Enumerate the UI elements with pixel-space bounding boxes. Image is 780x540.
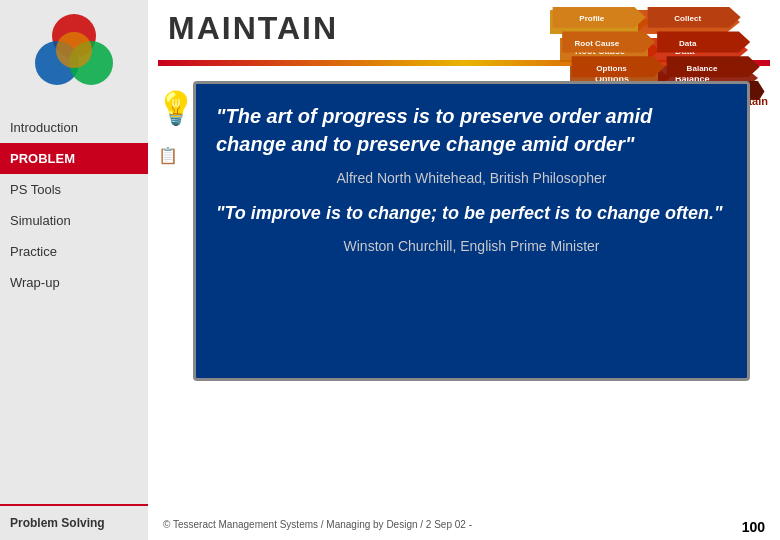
quote-box-container: 💡 📋 "The art of progress is to preserve … xyxy=(178,81,765,381)
svg-marker-20 xyxy=(657,32,750,53)
sidebar-item-problem[interactable]: PROBLEM xyxy=(0,143,148,174)
quote-2-text: "To improve is to change; to be perfect … xyxy=(216,201,727,226)
document-lines-icon: 📋 xyxy=(158,146,178,165)
sidebar-item-practice[interactable]: Practice xyxy=(0,236,148,267)
sidebar-footer: Problem Solving xyxy=(0,504,148,540)
lightbulb-icon: 💡 xyxy=(156,89,196,127)
sidebar-item-ps-tools[interactable]: PS Tools xyxy=(0,174,148,205)
logo xyxy=(29,8,119,98)
sidebar: Introduction PROBLEM PS Tools Simulation… xyxy=(0,0,148,540)
quote-1-text: "The art of progress is to preserve orde… xyxy=(216,102,727,158)
attribution-1: Alfred North Whitehead, British Philosop… xyxy=(216,170,727,186)
sidebar-item-wrap-up[interactable]: Wrap-up xyxy=(0,267,148,298)
copyright-text: © Tesseract Management Systems / Managin… xyxy=(163,519,472,535)
sidebar-nav: Introduction PROBLEM PS Tools Simulation… xyxy=(0,112,148,504)
svg-text:Root Cause: Root Cause xyxy=(575,39,620,48)
header: MAINTAIN Profile Collect Root Cause Data… xyxy=(148,0,780,52)
page-title: MAINTAIN xyxy=(168,10,338,47)
svg-text:Options: Options xyxy=(596,64,627,73)
svg-point-3 xyxy=(56,32,92,68)
attribution-2: Winston Churchill, English Prime Ministe… xyxy=(216,238,727,254)
sidebar-item-introduction[interactable]: Introduction xyxy=(0,112,148,143)
quote-area: "The art of progress is to preserve orde… xyxy=(193,81,750,381)
sidebar-item-simulation[interactable]: Simulation xyxy=(0,205,148,236)
svg-text:Profile: Profile xyxy=(579,14,605,23)
page-footer: © Tesseract Management Systems / Managin… xyxy=(148,519,780,535)
svg-text:Data: Data xyxy=(679,39,697,48)
main-content: MAINTAIN Profile Collect Root Cause Data… xyxy=(148,0,780,540)
svg-text:Balance: Balance xyxy=(687,64,718,73)
svg-text:Collect: Collect xyxy=(674,14,701,23)
page-number: 100 xyxy=(742,519,765,535)
